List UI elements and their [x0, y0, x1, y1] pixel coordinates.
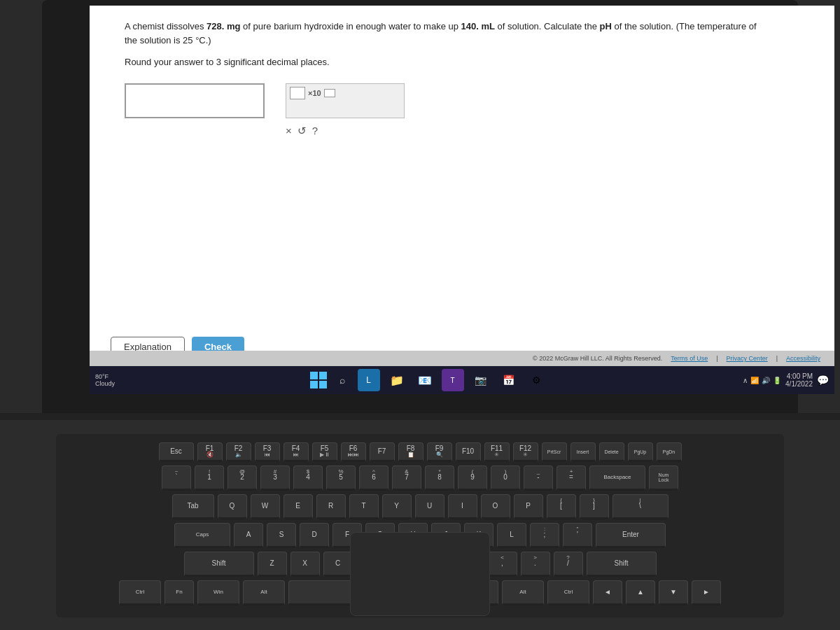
key-0[interactable]: )0 [491, 465, 520, 491]
key-s[interactable]: S [267, 523, 296, 548]
key-a[interactable]: A [234, 523, 263, 548]
key-comma[interactable]: <, [488, 552, 517, 577]
key-7[interactable]: &7 [392, 465, 421, 491]
key-o[interactable]: O [481, 494, 510, 519]
key-4[interactable]: $4 [293, 465, 323, 491]
key-6[interactable]: ^6 [359, 465, 388, 491]
key-equal[interactable]: += [556, 465, 586, 491]
key-p[interactable]: P [514, 494, 543, 519]
key-up-arrow[interactable]: ▲ [626, 580, 655, 606]
taskbar-teams-icon[interactable]: T [442, 369, 464, 391]
key-caps[interactable]: Caps [174, 523, 230, 548]
screen-content: ⌄ A chemist dissolves 728. mg of pure ba… [90, 6, 834, 394]
key-x[interactable]: X [290, 552, 320, 577]
key-f2[interactable]: F2🔈 [226, 442, 251, 462]
key-f10[interactable]: F10 [456, 442, 481, 462]
key-delete[interactable]: Delete [599, 442, 624, 462]
key-alt-left[interactable]: Alt [243, 580, 285, 606]
help-button[interactable]: ? [312, 125, 318, 136]
key-shift-right[interactable]: Shift [587, 552, 657, 577]
question-paragraph: A chemist dissolves 728. mg of pure bari… [125, 20, 813, 47]
x-clear-button[interactable]: × [286, 125, 292, 136]
notation-input-box[interactable]: ×10 [286, 83, 405, 118]
key-f4[interactable]: F4⏭ [284, 442, 309, 462]
key-fn[interactable]: Fn [164, 580, 194, 606]
key-enter[interactable]: Enter [596, 523, 666, 548]
key-backspace[interactable]: Backspace [589, 465, 645, 491]
key-9[interactable]: (9 [458, 465, 487, 491]
key-d[interactable]: D [300, 523, 329, 548]
key-backslash[interactable]: |\ [612, 494, 668, 519]
taskbar-settings-icon[interactable]: ⚙ [526, 369, 548, 391]
key-3[interactable]: #3 [260, 465, 290, 491]
taskbar-chat-icon[interactable]: L [358, 369, 380, 391]
key-tab[interactable]: Tab [172, 494, 214, 519]
key-f5[interactable]: F5▶⏸ [312, 442, 337, 462]
key-q[interactable]: Q [218, 494, 247, 519]
key-period[interactable]: >. [521, 552, 550, 577]
key-e[interactable]: E [284, 494, 313, 519]
key-l[interactable]: L [497, 523, 526, 548]
accessibility-link[interactable]: Accessibility [786, 355, 820, 362]
key-minus[interactable]: _- [524, 465, 553, 491]
key-esc[interactable]: Esc [159, 442, 194, 462]
key-pgdn[interactable]: PgDn [657, 442, 682, 462]
key-slash[interactable]: ?/ [554, 552, 583, 577]
key-f3[interactable]: F3⏮ [255, 442, 280, 462]
taskbar-calendar-icon[interactable]: 📅 [498, 369, 520, 391]
terms-link[interactable]: Terms of Use [671, 355, 708, 362]
key-rbracket[interactable]: }] [580, 494, 609, 519]
chevron-up-icon[interactable]: ∧ [743, 377, 748, 384]
weather-widget: 80°F Cloudy [95, 373, 115, 387]
key-r[interactable]: R [316, 494, 346, 519]
windows-start-button[interactable] [310, 372, 327, 388]
key-8[interactable]: *8 [425, 465, 454, 491]
key-f1[interactable]: F1🔇 [197, 442, 223, 462]
key-y[interactable]: Y [382, 494, 412, 519]
key-z[interactable]: Z [258, 552, 287, 577]
notification-icon[interactable]: 💬 [817, 374, 829, 386]
taskbar-mail-icon[interactable]: 📧 [414, 369, 436, 391]
key-2[interactable]: @2 [227, 465, 257, 491]
taskbar-photos-icon[interactable]: 📷 [470, 369, 492, 391]
key-ctrl-left[interactable]: Ctrl [119, 580, 161, 606]
key-f6[interactable]: F6⏭⏭ [341, 442, 366, 462]
key-u[interactable]: U [415, 494, 444, 519]
volume-icon[interactable]: 🔊 [762, 377, 770, 384]
mantissa-box[interactable] [290, 87, 305, 99]
key-quote[interactable]: "' [563, 523, 592, 548]
key-f9[interactable]: F9🔍 [427, 442, 452, 462]
answer-input-box[interactable] [125, 83, 265, 118]
key-c[interactable]: C [323, 552, 353, 577]
key-f11[interactable]: F11✳ [484, 442, 510, 462]
key-win[interactable]: Win [197, 580, 239, 606]
taskbar-browser-icon[interactable]: 📁 [386, 369, 408, 391]
key-ctrl-right[interactable]: Ctrl [547, 580, 589, 606]
key-f12[interactable]: F12✳ [513, 442, 538, 462]
key-i[interactable]: I [448, 494, 477, 519]
exponent-box[interactable] [324, 89, 335, 97]
key-1[interactable]: !1 [195, 465, 224, 491]
key-left-arrow[interactable]: ◄ [593, 580, 622, 606]
key-down-arrow[interactable]: ▼ [659, 580, 688, 606]
clock-display[interactable]: 4:00 PM 4/1/2022 [785, 372, 813, 388]
key-f8[interactable]: F8📋 [398, 442, 424, 462]
key-w[interactable]: W [251, 494, 280, 519]
key-tilde[interactable]: ~` [162, 465, 191, 491]
key-t[interactable]: T [349, 494, 379, 519]
undo-button[interactable]: ↺ [298, 125, 307, 137]
key-f7[interactable]: F7 [370, 442, 395, 462]
key-shift-left[interactable]: Shift [184, 552, 254, 577]
key-prtscr[interactable]: PrtScr [542, 442, 567, 462]
key-5[interactable]: %5 [326, 465, 356, 491]
taskbar-search-button[interactable]: ⌕ [332, 370, 352, 390]
key-pgup[interactable]: PgUp [628, 442, 653, 462]
key-lbracket[interactable]: {[ [547, 494, 576, 519]
key-alt-right[interactable]: Alt [502, 580, 544, 606]
privacy-link[interactable]: Privacy Center [727, 355, 768, 362]
key-semicolon[interactable]: :; [530, 523, 559, 548]
key-insert[interactable]: Insert [570, 442, 596, 462]
key-numlock[interactable]: NumLock [649, 465, 678, 491]
touchpad[interactable] [350, 532, 490, 616]
key-right-arrow[interactable]: ► [692, 580, 721, 606]
